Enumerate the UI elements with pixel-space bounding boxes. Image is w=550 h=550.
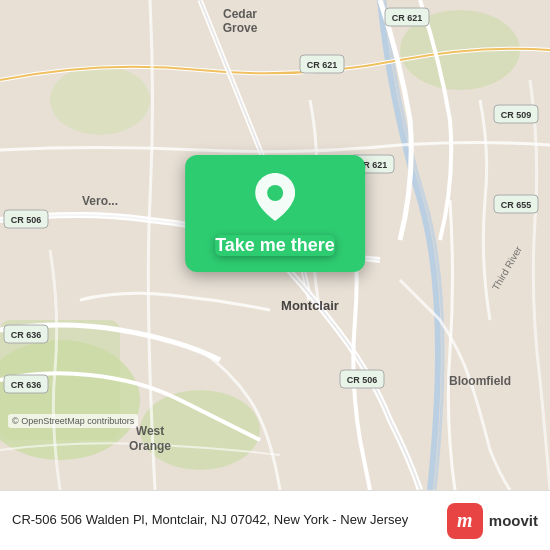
button-overlay: Take me there (185, 155, 365, 272)
svg-text:CR 621: CR 621 (392, 13, 423, 23)
svg-text:CR 636: CR 636 (11, 330, 42, 340)
location-pin-icon (255, 173, 295, 225)
svg-point-5 (50, 65, 150, 135)
svg-point-32 (267, 185, 283, 201)
svg-text:CR 506: CR 506 (11, 215, 42, 225)
svg-text:CR 506: CR 506 (347, 375, 378, 385)
svg-text:West: West (136, 424, 164, 438)
moovit-text: moovit (489, 512, 538, 529)
take-me-there-button[interactable]: Take me there (215, 235, 335, 256)
svg-text:CR 636: CR 636 (11, 380, 42, 390)
svg-text:Bloomfield: Bloomfield (449, 374, 511, 388)
svg-text:Montclair: Montclair (281, 298, 339, 313)
map-container: CR 621 CR 621 CR 621 CR 509 CR 655 CR 50… (0, 0, 550, 490)
bottom-bar: CR-506 506 Walden Pl, Montclair, NJ 0704… (0, 490, 550, 550)
moovit-icon: m (447, 503, 483, 539)
svg-text:Vero...: Vero... (82, 194, 118, 208)
svg-text:CR 509: CR 509 (501, 110, 532, 120)
svg-text:CR 655: CR 655 (501, 200, 532, 210)
svg-text:Cedar: Cedar (223, 7, 257, 21)
address-text: CR-506 506 Walden Pl, Montclair, NJ 0704… (12, 512, 447, 529)
svg-text:Orange: Orange (129, 439, 171, 453)
svg-text:CR 621: CR 621 (307, 60, 338, 70)
moovit-logo: m moovit (447, 503, 538, 539)
map-attribution: © OpenStreetMap contributors (8, 414, 138, 428)
svg-text:Grove: Grove (223, 21, 258, 35)
